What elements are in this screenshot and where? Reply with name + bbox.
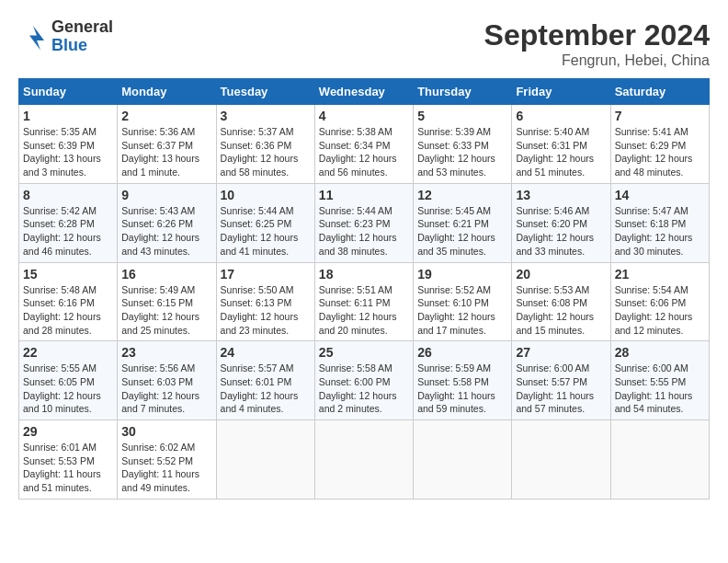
day-number: 3 (221, 109, 311, 123)
day-number: 24 (221, 345, 311, 360)
calendar-day-cell: 27Sunrise: 6:00 AM Sunset: 5:57 PM Dayli… (512, 341, 610, 420)
calendar-day-cell: 20Sunrise: 5:53 AM Sunset: 6:08 PM Dayli… (512, 262, 610, 341)
day-number: 7 (615, 109, 705, 123)
calendar-day-cell: 3Sunrise: 5:37 AM Sunset: 6:36 PM Daylig… (216, 105, 314, 184)
day-info: Sunrise: 6:01 AM Sunset: 5:53 PM Dayligh… (23, 441, 113, 495)
calendar-day-cell: 24Sunrise: 5:57 AM Sunset: 6:01 PM Dayli… (216, 341, 314, 420)
calendar-week-row: 29Sunrise: 6:01 AM Sunset: 5:53 PM Dayli… (19, 420, 710, 500)
day-info: Sunrise: 5:50 AM Sunset: 6:13 PM Dayligh… (221, 283, 311, 338)
day-number: 15 (23, 267, 113, 282)
day-info: Sunrise: 5:48 AM Sunset: 6:16 PM Dayligh… (23, 283, 113, 338)
day-number: 11 (319, 188, 409, 202)
empty-day-cell (512, 420, 610, 500)
day-number: 14 (615, 188, 705, 202)
day-info: Sunrise: 6:00 AM Sunset: 5:57 PM Dayligh… (516, 362, 606, 416)
weekday-header-tuesday: Tuesday (216, 79, 314, 105)
day-info: Sunrise: 5:37 AM Sunset: 6:36 PM Dayligh… (221, 125, 311, 179)
weekday-header-wednesday: Wednesday (314, 79, 413, 105)
day-info: Sunrise: 5:49 AM Sunset: 6:15 PM Dayligh… (121, 283, 211, 338)
weekday-header-monday: Monday (118, 79, 216, 105)
day-number: 9 (121, 188, 211, 202)
empty-day-cell (610, 420, 709, 500)
day-info: Sunrise: 5:47 AM Sunset: 6:18 PM Dayligh… (615, 204, 705, 259)
day-info: Sunrise: 5:52 AM Sunset: 6:10 PM Dayligh… (417, 283, 507, 338)
page-header: General Blue September 2024 Fengrun, Heb… (18, 18, 710, 69)
day-info: Sunrise: 5:38 AM Sunset: 6:34 PM Dayligh… (319, 125, 409, 179)
calendar-day-cell: 13Sunrise: 5:46 AM Sunset: 6:20 PM Dayli… (512, 183, 610, 262)
day-number: 4 (319, 109, 409, 123)
empty-day-cell (216, 420, 314, 500)
calendar-week-row: 22Sunrise: 5:55 AM Sunset: 6:05 PM Dayli… (19, 341, 710, 420)
day-info: Sunrise: 5:40 AM Sunset: 6:31 PM Dayligh… (516, 125, 606, 179)
calendar-day-cell: 6Sunrise: 5:40 AM Sunset: 6:31 PM Daylig… (512, 105, 610, 184)
empty-day-cell (314, 420, 413, 500)
calendar-week-row: 15Sunrise: 5:48 AM Sunset: 6:16 PM Dayli… (19, 262, 710, 341)
day-info: Sunrise: 5:35 AM Sunset: 6:39 PM Dayligh… (23, 125, 113, 179)
day-number: 2 (121, 109, 211, 123)
day-info: Sunrise: 5:42 AM Sunset: 6:28 PM Dayligh… (23, 204, 113, 259)
calendar-day-cell: 14Sunrise: 5:47 AM Sunset: 6:18 PM Dayli… (610, 183, 709, 262)
day-number: 10 (221, 188, 311, 202)
day-number: 18 (319, 267, 409, 282)
calendar-day-cell: 12Sunrise: 5:45 AM Sunset: 6:21 PM Dayli… (414, 183, 512, 262)
day-info: Sunrise: 5:45 AM Sunset: 6:21 PM Dayligh… (417, 204, 507, 259)
day-number: 1 (23, 109, 113, 123)
calendar-day-cell: 7Sunrise: 5:41 AM Sunset: 6:29 PM Daylig… (610, 105, 709, 184)
day-number: 25 (319, 345, 409, 360)
title-block: September 2024 Fengrun, Hebei, China (484, 18, 710, 69)
calendar-day-cell: 1Sunrise: 5:35 AM Sunset: 6:39 PM Daylig… (19, 105, 118, 184)
day-info: Sunrise: 5:54 AM Sunset: 6:06 PM Dayligh… (615, 283, 705, 338)
svg-marker-0 (29, 26, 44, 50)
day-info: Sunrise: 5:43 AM Sunset: 6:26 PM Dayligh… (121, 204, 211, 259)
calendar-day-cell: 16Sunrise: 5:49 AM Sunset: 6:15 PM Dayli… (118, 262, 216, 341)
day-number: 22 (23, 345, 113, 360)
calendar-day-cell: 17Sunrise: 5:50 AM Sunset: 6:13 PM Dayli… (216, 262, 314, 341)
calendar-day-cell: 29Sunrise: 6:01 AM Sunset: 5:53 PM Dayli… (19, 420, 118, 500)
day-number: 17 (221, 267, 311, 282)
calendar-day-cell: 11Sunrise: 5:44 AM Sunset: 6:23 PM Dayli… (314, 183, 413, 262)
day-info: Sunrise: 5:58 AM Sunset: 6:00 PM Dayligh… (319, 362, 409, 416)
day-number: 16 (121, 267, 211, 282)
day-info: Sunrise: 5:46 AM Sunset: 6:20 PM Dayligh… (516, 204, 606, 259)
logo: General Blue (18, 18, 113, 55)
day-info: Sunrise: 5:44 AM Sunset: 6:25 PM Dayligh… (221, 204, 311, 259)
calendar-day-cell: 8Sunrise: 5:42 AM Sunset: 6:28 PM Daylig… (19, 183, 118, 262)
day-number: 8 (23, 188, 113, 202)
calendar-day-cell: 4Sunrise: 5:38 AM Sunset: 6:34 PM Daylig… (314, 105, 413, 184)
day-info: Sunrise: 5:41 AM Sunset: 6:29 PM Dayligh… (615, 125, 705, 179)
day-info: Sunrise: 6:02 AM Sunset: 5:52 PM Dayligh… (121, 441, 211, 495)
calendar-day-cell: 10Sunrise: 5:44 AM Sunset: 6:25 PM Dayli… (216, 183, 314, 262)
logo-general: General (51, 17, 113, 36)
day-number: 23 (121, 345, 211, 360)
weekday-header-friday: Friday (512, 79, 610, 105)
day-info: Sunrise: 5:55 AM Sunset: 6:05 PM Dayligh… (23, 362, 113, 416)
location-subtitle: Fengrun, Hebei, China (484, 52, 710, 69)
day-number: 6 (516, 109, 606, 123)
weekday-header-saturday: Saturday (610, 79, 709, 105)
day-info: Sunrise: 5:53 AM Sunset: 6:08 PM Dayligh… (516, 283, 606, 338)
day-number: 13 (516, 188, 606, 202)
calendar-day-cell: 9Sunrise: 5:43 AM Sunset: 6:26 PM Daylig… (118, 183, 216, 262)
day-number: 20 (516, 267, 606, 282)
day-number: 27 (516, 345, 606, 360)
calendar-day-cell: 22Sunrise: 5:55 AM Sunset: 6:05 PM Dayli… (19, 341, 118, 420)
day-number: 21 (615, 267, 705, 282)
empty-day-cell (414, 420, 512, 500)
day-number: 29 (23, 424, 113, 439)
day-info: Sunrise: 5:59 AM Sunset: 5:58 PM Dayligh… (417, 362, 507, 416)
calendar-table: SundayMondayTuesdayWednesdayThursdayFrid… (18, 78, 710, 500)
day-info: Sunrise: 5:56 AM Sunset: 6:03 PM Dayligh… (121, 362, 211, 416)
day-info: Sunrise: 5:51 AM Sunset: 6:11 PM Dayligh… (319, 283, 409, 338)
calendar-day-cell: 28Sunrise: 6:00 AM Sunset: 5:55 PM Dayli… (610, 341, 709, 420)
calendar-day-cell: 25Sunrise: 5:58 AM Sunset: 6:00 PM Dayli… (314, 341, 413, 420)
calendar-day-cell: 21Sunrise: 5:54 AM Sunset: 6:06 PM Dayli… (610, 262, 709, 341)
weekday-header-thursday: Thursday (414, 79, 512, 105)
day-info: Sunrise: 5:44 AM Sunset: 6:23 PM Dayligh… (319, 204, 409, 259)
calendar-week-row: 1Sunrise: 5:35 AM Sunset: 6:39 PM Daylig… (19, 105, 710, 184)
calendar-day-cell: 18Sunrise: 5:51 AM Sunset: 6:11 PM Dayli… (314, 262, 413, 341)
calendar-day-cell: 26Sunrise: 5:59 AM Sunset: 5:58 PM Dayli… (414, 341, 512, 420)
weekday-header-row: SundayMondayTuesdayWednesdayThursdayFrid… (19, 79, 710, 105)
calendar-day-cell: 30Sunrise: 6:02 AM Sunset: 5:52 PM Dayli… (118, 420, 216, 500)
calendar-day-cell: 19Sunrise: 5:52 AM Sunset: 6:10 PM Dayli… (414, 262, 512, 341)
logo-icon (18, 22, 48, 52)
